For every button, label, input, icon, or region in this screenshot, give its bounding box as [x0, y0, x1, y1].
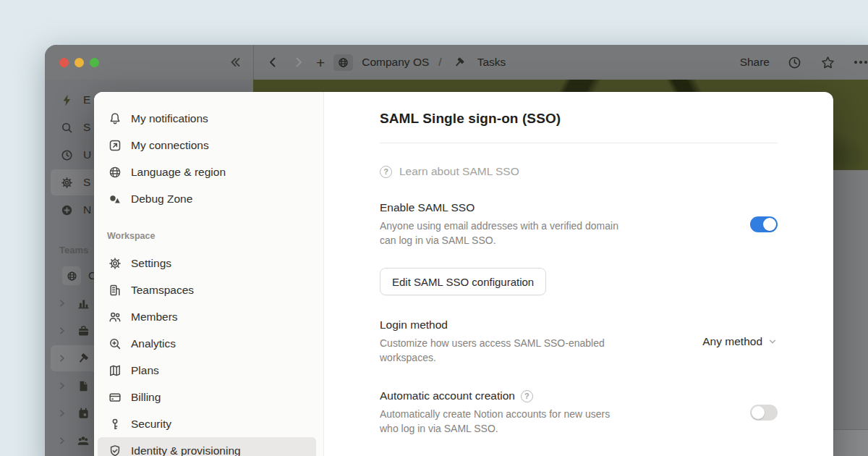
clock-icon — [59, 148, 74, 162]
page-title: SAML Single sign-on (SSO) — [380, 111, 778, 127]
auto-account-toggle[interactable] — [750, 405, 778, 421]
auto-account-description: Automatically create Notion accounts for… — [380, 407, 629, 436]
nav-item-label: Billing — [131, 391, 161, 404]
auto-account-text: Automatic account creation ? Automatical… — [380, 389, 629, 436]
hammer-icon — [451, 54, 469, 71]
nav-item-my-notifications[interactable]: My notifications — [98, 105, 316, 132]
workspace-globe-icon — [333, 54, 353, 71]
workspace-section-label: Workspace — [98, 212, 316, 250]
nav-item-plans[interactable]: Plans — [98, 357, 316, 384]
search-icon — [59, 121, 74, 135]
learn-about-saml-link[interactable]: ? Learn about SAML SSO — [380, 165, 778, 178]
zoom-in-icon — [107, 337, 122, 351]
arrow-up-right-square-icon — [107, 138, 122, 153]
title-divider — [380, 143, 778, 143]
nav-item-identity-provisioning[interactable]: Identity & provisioning — [98, 437, 316, 456]
key-icon — [107, 417, 122, 431]
new-tab-icon[interactable]: + — [316, 55, 325, 70]
learn-link-label: Learn about SAML SSO — [399, 165, 519, 178]
building-icon — [107, 283, 122, 297]
chevron-right-icon[interactable] — [56, 352, 68, 364]
chevron-right-icon[interactable] — [56, 325, 68, 337]
nav-item-my-connections[interactable]: My connections — [98, 132, 316, 159]
chevron-right-icon[interactable] — [56, 435, 68, 447]
login-method-dropdown[interactable]: Any method — [702, 335, 778, 348]
people-icon — [107, 310, 122, 324]
topbar-main: + Company OS / Tasks Share — [253, 45, 868, 80]
topbar-sidebar-segment — [45, 45, 253, 80]
plus-circle-icon — [59, 203, 74, 217]
document-icon — [75, 379, 91, 393]
globe-icon — [107, 165, 122, 180]
sidebar-item-label: U — [83, 148, 91, 161]
back-icon[interactable] — [264, 54, 281, 71]
login-method-label: Login method — [380, 318, 629, 332]
help-circle-icon[interactable]: ? — [521, 390, 533, 402]
nav-item-label: Security — [131, 418, 171, 431]
credit-card-icon — [107, 390, 122, 405]
breadcrumb-workspace[interactable]: Company OS — [362, 56, 429, 69]
enable-sso-description: Anyone using email addresses with a veri… — [380, 219, 629, 248]
enable-sso-text: Enable SAML SSO Anyone using email addre… — [380, 201, 629, 248]
sidebar-item-label: N — [83, 203, 91, 216]
share-button[interactable]: Share — [740, 56, 770, 69]
bar-chart-icon — [75, 297, 91, 311]
nav-item-label: Plans — [131, 364, 159, 377]
nav-item-analytics[interactable]: Analytics — [98, 330, 316, 357]
edit-saml-config-button[interactable]: Edit SAML SSO configuration — [380, 268, 546, 295]
bell-icon — [107, 111, 122, 126]
lightning-icon — [59, 93, 74, 107]
briefcase-icon — [75, 324, 91, 338]
collapse-sidebar-icon[interactable] — [227, 54, 243, 70]
settings-content: SAML Single sign-on (SSO) ? Learn about … — [324, 92, 833, 456]
shield-check-icon — [107, 444, 122, 456]
gear-icon — [59, 176, 74, 190]
settings-nav: My notifications My connections Language… — [94, 92, 324, 456]
sidebar-item-label: S — [83, 176, 90, 189]
more-options-icon[interactable] — [852, 61, 868, 64]
nav-item-settings[interactable]: Settings — [98, 250, 316, 276]
zoom-window-button[interactable] — [90, 58, 99, 67]
dropdown-value: Any method — [702, 335, 762, 348]
breadcrumb-page[interactable]: Tasks — [477, 56, 506, 69]
login-method-row: Login method Customize how users access … — [380, 318, 778, 365]
nav-item-label: Debug Zone — [131, 193, 192, 206]
settings-modal: My notifications My connections Language… — [94, 92, 833, 456]
nav-item-label: Language & region — [131, 166, 226, 179]
star-icon[interactable] — [819, 54, 836, 71]
nav-item-label: Identity & provisioning — [131, 444, 241, 456]
nav-item-label: Members — [131, 311, 178, 324]
chevron-right-icon[interactable] — [56, 408, 68, 419]
close-window-button[interactable] — [59, 58, 69, 67]
nav-item-language-region[interactable]: Language & region — [98, 159, 316, 185]
chevron-right-icon[interactable] — [56, 297, 68, 309]
nav-item-billing[interactable]: Billing — [98, 384, 316, 410]
nav-item-members[interactable]: Members — [98, 303, 316, 330]
chevron-down-icon — [767, 337, 778, 347]
enable-sso-toggle[interactable] — [750, 216, 778, 232]
people-group-icon — [75, 434, 91, 448]
auto-account-label: Automatic account creation ? — [380, 389, 629, 402]
chevron-right-icon[interactable] — [56, 380, 68, 392]
clock-icon[interactable] — [786, 54, 803, 71]
traffic-lights — [59, 58, 99, 67]
auto-account-label-text: Automatic account creation — [380, 389, 515, 402]
login-method-text: Login method Customize how users access … — [380, 318, 629, 365]
auto-account-row: Automatic account creation ? Automatical… — [380, 389, 778, 436]
shapes-icon — [107, 192, 122, 206]
minimize-window-button[interactable] — [75, 58, 84, 67]
sidebar-item-label: E — [83, 93, 90, 106]
globe-icon — [62, 266, 81, 285]
gear-icon — [107, 256, 122, 271]
nav-item-teamspaces[interactable]: Teamspaces — [98, 276, 316, 303]
nav-item-security[interactable]: Security — [98, 410, 316, 437]
help-circle-icon: ? — [380, 166, 392, 178]
forward-icon[interactable] — [290, 54, 307, 71]
calendar-icon — [75, 407, 91, 421]
nav-item-label: My connections — [131, 139, 209, 152]
nav-item-debug-zone[interactable]: Debug Zone — [98, 185, 316, 212]
nav-item-label: Analytics — [131, 337, 176, 350]
nav-item-label: My notifications — [131, 112, 208, 125]
breadcrumb-separator: / — [438, 56, 442, 69]
nav-item-label: Settings — [131, 257, 171, 270]
